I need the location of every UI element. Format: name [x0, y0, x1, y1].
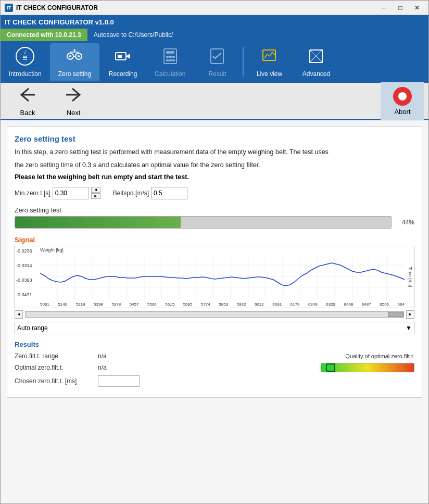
result-icon — [208, 47, 226, 68]
params-row: Min.zero t.[s] ◄ ► Beltspd.[m/s] — [15, 187, 414, 199]
tab-recording[interactable]: Recording — [99, 43, 146, 81]
chosen-filt-input[interactable] — [98, 375, 140, 387]
abort-button[interactable]: Abort — [381, 82, 424, 120]
status-autosave: Autosave to C:/Users/Public/ — [87, 29, 428, 41]
x-label-11: 5932 — [237, 302, 246, 307]
tab-advanced[interactable]: Advanced — [293, 43, 339, 81]
progress-pct: 44% — [396, 219, 414, 226]
chart-svg — [40, 254, 405, 300]
belt-spd-group: Beltspd.[m/s] — [113, 187, 187, 199]
progress-bar-inner — [15, 217, 181, 228]
x-axis-labels: 5061 5140 5219 5298 5378 5457 5536 5615 … — [40, 302, 405, 307]
x-label-5: 5457 — [130, 302, 139, 307]
chart-scrollbar[interactable]: ◄ ► — [15, 310, 414, 319]
y-label-1: -0.0314 — [16, 263, 32, 268]
next-label: Next — [67, 109, 81, 117]
tab-zero-setting[interactable]: Zero setting — [50, 43, 99, 81]
min-zero-spinners: ◄ ► — [91, 187, 100, 199]
x-label-19: 6566 — [380, 302, 389, 307]
tab-introduction-label: Introduction — [9, 70, 42, 78]
svg-text:i: i — [24, 49, 26, 55]
abort-label: Abort — [394, 108, 410, 116]
live-view-icon — [260, 47, 279, 68]
result-label-1: Optimal zero.filt.t. — [15, 364, 98, 371]
chart-container: -0.0236 -0.0314 -0.0393 -0.0471 Weight [… — [15, 246, 414, 308]
x-label-0: 5061 — [40, 302, 49, 307]
time-label: Time [ms] — [408, 267, 413, 287]
svg-rect-2 — [23, 56, 27, 57]
x-label-2: 5219 — [76, 302, 85, 307]
scroll-thumb[interactable] — [388, 312, 403, 317]
svg-line-26 — [310, 50, 316, 56]
tab-live-view[interactable]: Live view — [246, 43, 293, 81]
next-icon — [63, 85, 84, 107]
abort-inner — [398, 92, 407, 100]
zero-setting-label: Zero setting test — [15, 207, 414, 214]
scroll-left-button[interactable]: ◄ — [15, 310, 23, 319]
min-zero-up[interactable]: ◄ — [91, 187, 100, 193]
scroll-right-button[interactable]: ► — [406, 310, 414, 319]
introduction-icon: i — [16, 47, 34, 68]
tab-result-label: Result — [208, 70, 226, 78]
x-label-18: 6487 — [362, 302, 371, 307]
scroll-track[interactable] — [25, 311, 404, 318]
result-value-1: n/a — [98, 364, 140, 371]
main-content: Zero setting test In this step, a zero s… — [1, 120, 428, 503]
x-label-14: 6170 — [291, 302, 300, 307]
card-title: Zero setting test — [15, 134, 414, 143]
title-bar-controls[interactable]: – □ ✕ — [376, 3, 424, 13]
quality-group: Quality of optimal zero.filt.t. — [345, 353, 414, 359]
back-button[interactable]: Back — [5, 81, 51, 121]
svg-rect-25 — [263, 50, 275, 60]
abort-icon — [393, 87, 412, 106]
min-zero-down[interactable]: ► — [91, 193, 100, 199]
zero-setting-icon — [65, 47, 84, 68]
x-label-7: 5615 — [165, 302, 174, 307]
range-select-chevron: ▼ — [406, 324, 412, 332]
min-zero-label: Min.zero t.[s] — [15, 190, 51, 197]
chart-y-labels: -0.0236 -0.0314 -0.0393 -0.0471 — [16, 248, 32, 298]
y-label-0: -0.0236 — [16, 248, 32, 254]
title-bar-text: IT CHECK CONFIGURATOR — [16, 4, 98, 11]
tab-live-view-label: Live view — [257, 70, 282, 78]
min-zero-input[interactable] — [53, 187, 89, 199]
tab-calculation: Calculation — [146, 43, 194, 81]
status-bar: Connected with 10.0.21.3 Autosave to C:/… — [1, 29, 428, 41]
title-bar-left: IT IT CHECK CONFIGURATOR — [5, 4, 98, 12]
x-label-3: 5298 — [94, 302, 103, 307]
minimize-button[interactable]: – — [376, 3, 391, 13]
svg-rect-17 — [166, 51, 174, 54]
svg-rect-19 — [169, 56, 172, 58]
result-value-0: n/a — [98, 352, 140, 360]
quality-bar-container — [321, 363, 414, 372]
card-desc-2: the zero setting time of 0.3 s and calcu… — [15, 160, 414, 170]
maximize-button[interactable]: □ — [393, 3, 408, 13]
range-select[interactable]: Auto range ▼ — [15, 322, 414, 334]
close-button[interactable]: ✕ — [410, 3, 424, 13]
svg-line-27 — [316, 50, 322, 56]
x-label-15: 6249 — [308, 302, 318, 307]
svg-rect-15 — [118, 55, 122, 58]
belt-spd-input[interactable] — [151, 187, 187, 199]
back-icon — [17, 85, 38, 107]
advanced-icon — [307, 47, 325, 68]
app-icon: IT — [5, 4, 13, 12]
tab-calculation-label: Calculation — [155, 70, 185, 78]
x-label-9: 5774 — [201, 302, 210, 307]
signal-label: Signal — [15, 236, 414, 244]
status-connected: Connected with 10.0.21.3 — [1, 29, 87, 41]
tab-introduction[interactable]: i Introduction — [1, 43, 50, 81]
tab-zero-setting-label: Zero setting — [58, 70, 91, 78]
svg-rect-22 — [169, 59, 172, 61]
x-label-16: 6329 — [326, 302, 335, 307]
svg-rect-3 — [23, 57, 27, 58]
quality-indicator — [326, 363, 335, 372]
x-label-12: 6012 — [255, 302, 264, 307]
tab-advanced-label: Advanced — [302, 70, 330, 78]
progress-container: 44% — [15, 216, 414, 229]
card-desc-1: In this step, a zero setting test is per… — [15, 147, 414, 157]
svg-rect-4 — [23, 59, 27, 60]
results-section: Results Zero.filt.t. range n/a Quality o… — [15, 341, 414, 387]
svg-rect-21 — [166, 59, 169, 61]
next-button[interactable]: Next — [51, 81, 96, 121]
